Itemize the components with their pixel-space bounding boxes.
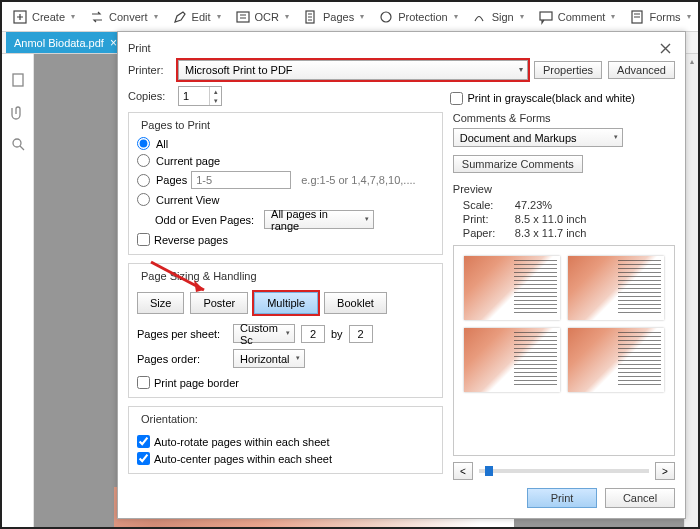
- chevron-down-icon: ▾: [365, 215, 369, 223]
- comments-forms-title: Comments & Forms: [453, 112, 675, 124]
- reverse-checkbox[interactable]: Reverse pages: [137, 233, 434, 246]
- edit-icon: [172, 9, 188, 25]
- radio-curview-label: Current View: [156, 194, 219, 206]
- file-tab-label: Anmol Biodata.pdf: [14, 37, 104, 49]
- odd-even-select[interactable]: All pages in range▾: [264, 210, 374, 229]
- copies-stepper[interactable]: ▴▾: [178, 86, 222, 106]
- reverse-label: Reverse pages: [154, 234, 228, 246]
- radio-pages[interactable]: Pages: [137, 174, 187, 187]
- psh-title: Page Sizing & Handling: [137, 270, 261, 282]
- toolbar-sign-label: Sign: [492, 11, 514, 23]
- radio-pages-input[interactable]: [137, 174, 150, 187]
- reverse-check-input[interactable]: [137, 233, 150, 246]
- scroll-up-icon[interactable]: ▴: [685, 54, 698, 68]
- page-border-check-input[interactable]: [137, 376, 150, 389]
- radio-current-view[interactable]: Current View: [137, 193, 434, 206]
- paperclip-icon: [10, 104, 26, 120]
- radio-all[interactable]: All: [137, 137, 434, 150]
- svg-rect-1: [237, 12, 249, 22]
- autorotate-input[interactable]: [137, 435, 150, 448]
- chevron-down-icon: ▾: [519, 65, 523, 74]
- printer-select-value: Microsoft Print to PDF: [185, 64, 293, 76]
- grayscale-check-input[interactable]: [450, 92, 463, 105]
- file-tab[interactable]: Anmol Biodata.pdf ×: [6, 32, 125, 53]
- paper-val: 8.3 x 11.7 inch: [515, 227, 587, 239]
- cancel-button[interactable]: Cancel: [605, 488, 675, 508]
- paper-key: Paper:: [463, 227, 507, 239]
- page-border-checkbox[interactable]: Print page border: [137, 376, 434, 389]
- comments-forms-select[interactable]: Document and Markups▾: [453, 128, 623, 147]
- svg-point-3: [381, 12, 391, 22]
- radio-pages-label: Pages: [156, 174, 187, 186]
- radio-current-page[interactable]: Current page: [137, 154, 434, 167]
- toolbar-forms-label: Forms: [649, 11, 680, 23]
- next-page-button[interactable]: >: [655, 462, 675, 480]
- porder-select[interactable]: Horizontal▾: [233, 349, 305, 368]
- preview-thumb: [464, 256, 560, 320]
- porder-label: Pages order:: [137, 353, 227, 365]
- ocr-icon: [235, 9, 251, 25]
- radio-curpage-input[interactable]: [137, 154, 150, 167]
- dialog-close-button[interactable]: [655, 38, 675, 58]
- toolbar-sign[interactable]: Sign▾: [468, 7, 528, 27]
- forms-icon: [629, 9, 645, 25]
- autocenter-input[interactable]: [137, 452, 150, 465]
- pps-mode-select[interactable]: Custom Sc▾: [233, 324, 295, 343]
- svg-rect-4: [540, 12, 552, 20]
- pages-eg: e.g:1-5 or 1,4,7,8,10,....: [301, 174, 415, 186]
- toolbar-forms[interactable]: Forms▾: [625, 7, 694, 27]
- toolbar-convert[interactable]: Convert▾: [85, 7, 162, 27]
- ptp-title: Pages to Print: [137, 119, 214, 131]
- prev-page-button[interactable]: <: [453, 462, 473, 480]
- svg-point-7: [13, 139, 21, 147]
- autorotate-checkbox[interactable]: Auto-rotate pages within each sheet: [137, 435, 434, 448]
- toolbar-comment[interactable]: Comment▾: [534, 7, 620, 27]
- summarize-button[interactable]: Summarize Comments: [453, 155, 583, 173]
- chevron-down-icon: ▾: [614, 133, 618, 141]
- sidebar-pages[interactable]: [10, 72, 26, 90]
- convert-icon: [89, 9, 105, 25]
- print-dialog: Print Printer: Microsoft Print to PDF ▾ …: [117, 31, 686, 519]
- pages-range-input[interactable]: [191, 171, 291, 189]
- toolbar-convert-label: Convert: [109, 11, 148, 23]
- grayscale-checkbox[interactable]: Print in grayscale(black and white): [450, 92, 635, 105]
- search-icon: [10, 136, 26, 152]
- tab-poster[interactable]: Poster: [190, 292, 248, 314]
- autocenter-checkbox[interactable]: Auto-center pages within each sheet: [137, 452, 434, 465]
- radio-curpage-label: Current page: [156, 155, 220, 167]
- sidebar-search[interactable]: [10, 136, 26, 154]
- radio-curview-input[interactable]: [137, 193, 150, 206]
- tab-multiple[interactable]: Multiple: [254, 292, 318, 314]
- sidebar-attach[interactable]: [10, 104, 26, 122]
- toolbar-edit-label: Edit: [192, 11, 211, 23]
- app-toolbar: Create▾ Convert▾ Edit▾ OCR▾ Pages▾ Prote…: [2, 2, 698, 32]
- pager-thumb[interactable]: [485, 466, 493, 476]
- page-sizing-group: Page Sizing & Handling Size Poster Multi…: [128, 263, 443, 398]
- print-val: 8.5 x 11.0 inch: [515, 213, 587, 225]
- spin-down-icon[interactable]: ▾: [210, 96, 221, 105]
- toolbar-create[interactable]: Create▾: [8, 7, 79, 27]
- sign-icon: [472, 9, 488, 25]
- preview-thumb: [464, 328, 560, 392]
- vertical-scrollbar[interactable]: ▴: [684, 54, 698, 527]
- radio-all-input[interactable]: [137, 137, 150, 150]
- tab-size[interactable]: Size: [137, 292, 184, 314]
- pps-label: Pages per sheet:: [137, 328, 227, 340]
- close-icon[interactable]: ×: [110, 36, 117, 50]
- print-button[interactable]: Print: [527, 488, 597, 508]
- spin-up-icon[interactable]: ▴: [210, 87, 221, 96]
- printer-select[interactable]: Microsoft Print to PDF ▾: [178, 60, 528, 80]
- pager-track[interactable]: [479, 469, 649, 473]
- pps-cols-input[interactable]: [301, 325, 325, 343]
- toolbar-pages[interactable]: Pages▾: [299, 7, 368, 27]
- advanced-button[interactable]: Advanced: [608, 61, 675, 79]
- toolbar-ocr[interactable]: OCR▾: [231, 7, 293, 27]
- toolbar-protection[interactable]: Protection▾: [374, 7, 462, 27]
- pps-rows-input[interactable]: [349, 325, 373, 343]
- tab-booklet[interactable]: Booklet: [324, 292, 387, 314]
- properties-button[interactable]: Properties: [534, 61, 602, 79]
- toolbar-edit[interactable]: Edit▾: [168, 7, 225, 27]
- odd-even-label: Odd or Even Pages:: [155, 214, 254, 226]
- copies-input[interactable]: [179, 90, 209, 102]
- preview-box: [453, 245, 675, 456]
